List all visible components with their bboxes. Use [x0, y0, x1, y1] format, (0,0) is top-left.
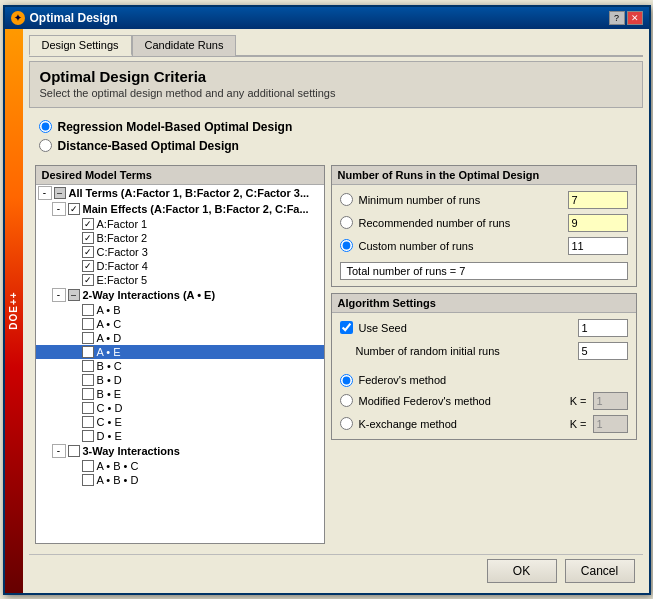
model-terms-title: Desired Model Terms: [36, 166, 324, 185]
regression-radio[interactable]: [39, 120, 52, 133]
sidebar-label: DOE++: [8, 291, 19, 329]
title-bar: ✦ Optimal Design ? ✕: [5, 7, 649, 29]
title-bar-left: ✦ Optimal Design: [11, 11, 118, 25]
tree-checkbox[interactable]: –: [68, 289, 80, 301]
tree-item-label: B • E: [97, 388, 122, 400]
tree-item[interactable]: A • B: [36, 303, 324, 317]
tree-item-label: 3-Way Interactions: [83, 445, 180, 457]
distance-radio-item[interactable]: Distance-Based Optimal Design: [39, 139, 633, 153]
tree-checkbox[interactable]: [82, 374, 94, 386]
method-label-modified-federov: Modified Federov's method: [359, 395, 564, 407]
tree-item[interactable]: A • C: [36, 317, 324, 331]
tree-item[interactable]: D • E: [36, 429, 324, 443]
method-row-federov: Federov's method: [340, 374, 628, 387]
tree-expander[interactable]: -: [52, 288, 66, 302]
tree-checkbox[interactable]: [82, 474, 94, 486]
runs-radio-min[interactable]: [340, 193, 353, 206]
tree-item[interactable]: ✓E:Factor 5: [36, 273, 324, 287]
run-row-custom: Custom number of runs: [340, 237, 628, 255]
distance-label: Distance-Based Optimal Design: [58, 139, 239, 153]
tree-item[interactable]: -–2-Way Interactions (A • E): [36, 287, 324, 303]
regression-label: Regression Model-Based Optimal Design: [58, 120, 293, 134]
random-runs-label: Number of random initial runs: [340, 345, 572, 357]
tree-checkbox[interactable]: ✓: [68, 203, 80, 215]
algo-group-content: Use Seed Number of random initial runs F…: [332, 313, 636, 439]
tree-item[interactable]: B • C: [36, 359, 324, 373]
ok-button[interactable]: OK: [487, 559, 557, 583]
k-label: K =: [570, 418, 587, 430]
tree-item[interactable]: A • B • C: [36, 459, 324, 473]
run-row-recommended: Recommended number of runs: [340, 214, 628, 232]
model-terms-group: Desired Model Terms -–All Terms (A:Facto…: [35, 165, 325, 544]
algo-radio-modified-federov[interactable]: [340, 394, 353, 407]
tree-item[interactable]: C • E: [36, 415, 324, 429]
tree-checkbox[interactable]: [68, 445, 80, 457]
close-button[interactable]: ✕: [627, 11, 643, 25]
tree-item[interactable]: ✓B:Factor 2: [36, 231, 324, 245]
tree-item[interactable]: ✓A:Factor 1: [36, 217, 324, 231]
tree-checkbox[interactable]: [82, 332, 94, 344]
tree-item[interactable]: ✓D:Factor 4: [36, 259, 324, 273]
main-content: Design Settings Candidate Runs Optimal D…: [23, 29, 649, 593]
tree-checkbox[interactable]: [82, 430, 94, 442]
random-runs-input[interactable]: [578, 342, 628, 360]
panel-header: Optimal Design Criteria Select the optim…: [29, 61, 643, 108]
tree-item[interactable]: ✓A • E: [36, 345, 324, 359]
tree-item[interactable]: -3-Way Interactions: [36, 443, 324, 459]
tree-expander[interactable]: -: [52, 202, 66, 216]
tree-item[interactable]: B • E: [36, 387, 324, 401]
tree-checkbox[interactable]: ✓: [82, 246, 94, 258]
distance-radio[interactable]: [39, 139, 52, 152]
algo-radio-federov[interactable]: [340, 374, 353, 387]
tree-item[interactable]: A • B • D: [36, 473, 324, 487]
panel-subtitle: Select the optimal design method and any…: [40, 87, 632, 99]
tree-item-label: A • E: [97, 346, 121, 358]
tree-item[interactable]: -–All Terms (A:Factor 1, B:Factor 2, C:F…: [36, 185, 324, 201]
tab-design-settings[interactable]: Design Settings: [29, 35, 132, 56]
tree-item-label: A • B • C: [97, 460, 139, 472]
tree-expander[interactable]: -: [38, 186, 52, 200]
runs-radio-recommended[interactable]: [340, 216, 353, 229]
tree-item[interactable]: -✓Main Effects (A:Factor 1, B:Factor 2, …: [36, 201, 324, 217]
runs-radio-custom[interactable]: [340, 239, 353, 252]
method-row-modified-federov: Modified Federov's method K =: [340, 392, 628, 410]
tree-item[interactable]: C • D: [36, 401, 324, 415]
tree-checkbox[interactable]: [82, 304, 94, 316]
tree-checkbox[interactable]: [82, 318, 94, 330]
tree-checkbox[interactable]: ✓: [82, 260, 94, 272]
tree-checkbox[interactable]: ✓: [82, 274, 94, 286]
tree-checkbox[interactable]: ✓: [82, 346, 94, 358]
model-terms-tree: -–All Terms (A:Factor 1, B:Factor 2, C:F…: [36, 185, 324, 543]
tree-item[interactable]: ✓C:Factor 3: [36, 245, 324, 259]
tab-candidate-runs[interactable]: Candidate Runs: [132, 35, 237, 56]
seed-input[interactable]: [578, 319, 628, 337]
tree-item-label: A • B • D: [97, 474, 139, 486]
use-seed-checkbox[interactable]: [340, 321, 353, 334]
tree-checkbox[interactable]: [82, 460, 94, 472]
tree-item[interactable]: B • D: [36, 373, 324, 387]
tree-checkbox[interactable]: ✓: [82, 232, 94, 244]
method-row-k-exchange: K-exchange method K =: [340, 415, 628, 433]
tree-checkbox[interactable]: [82, 402, 94, 414]
k-input-modified-federov: [593, 392, 628, 410]
tree-checkbox[interactable]: [82, 416, 94, 428]
regression-radio-item[interactable]: Regression Model-Based Optimal Design: [39, 120, 633, 134]
run-input-custom[interactable]: [568, 237, 628, 255]
seed-row: Use Seed: [340, 319, 628, 337]
tree-checkbox[interactable]: ✓: [82, 218, 94, 230]
run-input-min[interactable]: [568, 191, 628, 209]
run-input-recommended[interactable]: [568, 214, 628, 232]
help-button[interactable]: ?: [609, 11, 625, 25]
tree-checkbox[interactable]: [82, 360, 94, 372]
tree-item-label: D • E: [97, 430, 122, 442]
cancel-button[interactable]: Cancel: [565, 559, 635, 583]
tree-item[interactable]: A • D: [36, 331, 324, 345]
tree-checkbox[interactable]: [82, 388, 94, 400]
algo-group-title: Algorithm Settings: [332, 294, 636, 313]
app-icon: ✦: [11, 11, 25, 25]
tree-checkbox[interactable]: –: [54, 187, 66, 199]
algo-radio-k-exchange[interactable]: [340, 417, 353, 430]
tree-item-label: A • B: [97, 304, 121, 316]
tree-expander[interactable]: -: [52, 444, 66, 458]
panel-title: Optimal Design Criteria: [40, 68, 632, 85]
